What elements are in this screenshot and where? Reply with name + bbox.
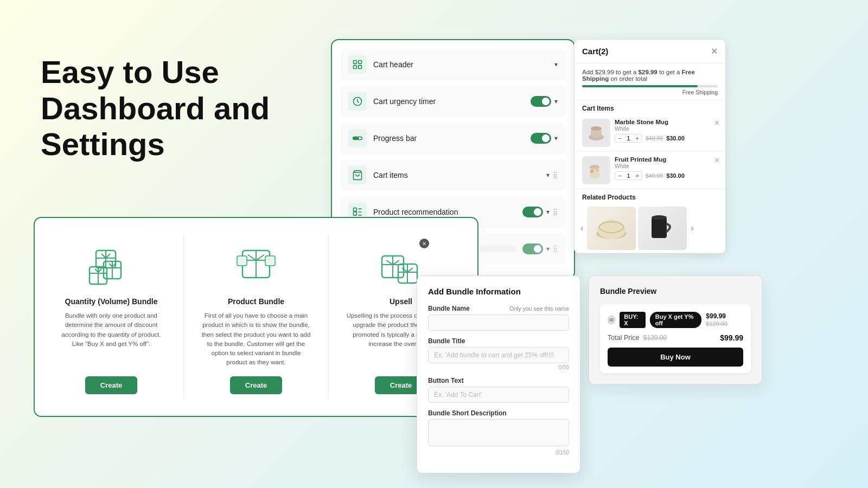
button-text-group: Button Text xyxy=(428,377,569,403)
cart-product-1-qty-ctrl[interactable]: − 1 + xyxy=(615,134,642,143)
svg-rect-33 xyxy=(237,256,247,266)
shipping-progress-track xyxy=(582,85,718,87)
upsell-bundle-title: Upsell xyxy=(390,297,412,306)
product-rec-toggle[interactable] xyxy=(522,207,543,217)
bundle-name-input[interactable] xyxy=(428,314,569,331)
cart-product-2-remove[interactable]: ✕ xyxy=(714,156,720,164)
cart-items-controls[interactable]: ▾ ⣿ xyxy=(546,171,558,179)
cart-header-controls[interactable]: ▾ xyxy=(554,61,558,68)
product-rec-chevron[interactable]: ▾ xyxy=(546,208,550,216)
extra-controls[interactable]: ▾ ⣿ xyxy=(522,243,558,254)
cart-items-drag[interactable]: ⣿ xyxy=(553,171,558,179)
button-text-input[interactable] xyxy=(428,387,569,403)
shipping-amount: $29.99 xyxy=(639,69,659,75)
related-prev-arrow[interactable]: ‹ xyxy=(579,223,585,233)
related-products-title: Related Products xyxy=(575,189,725,203)
cart-urgency-toggle[interactable] xyxy=(531,96,551,107)
preview-buy-button[interactable]: Buy Now xyxy=(608,348,743,367)
preview-total-old: $120.00 xyxy=(643,334,667,342)
cart-items-section-title: Cart Items xyxy=(575,100,725,114)
product-bundle-create-button[interactable]: Create xyxy=(230,376,282,394)
cart-product-2-qty-ctrl[interactable]: − 1 + xyxy=(615,171,642,180)
cart-product-2-info: Fruit Printed Mug White − 1 + $40.99 $30… xyxy=(615,156,718,180)
preview-badge: Buy X get Y% off xyxy=(650,312,702,328)
description-group: Bundle Short Description 0/150 xyxy=(428,409,569,455)
free-shipping-label: Free Shipping xyxy=(582,89,718,95)
related-next-arrow[interactable]: › xyxy=(689,223,695,233)
related-products-row: ‹ › xyxy=(575,203,725,253)
cart-header-row: Cart(2) ✕ xyxy=(575,40,725,63)
button-text-label: Button Text xyxy=(428,377,464,384)
dashboard-item-cart-header[interactable]: Cart header ▾ xyxy=(341,49,565,80)
cart-product-1: Marble Stone Mug White − 1 + $40.99 $30.… xyxy=(575,114,725,152)
bundle-name-label: Bundle Name xyxy=(428,305,470,312)
description-textarea[interactable] xyxy=(428,419,569,446)
cart-shipping-bar: Add $29.99 to get a $29.99 to get a Free… xyxy=(575,63,725,100)
svg-rect-8 xyxy=(354,208,357,211)
qty-num-1: 1 xyxy=(624,134,633,142)
shipping-notice-text: Add $29.99 to get a xyxy=(582,69,636,75)
svg-rect-0 xyxy=(354,61,357,64)
related-item-mug[interactable] xyxy=(638,207,687,250)
progress-bar-toggle[interactable] xyxy=(531,133,551,144)
extra-drag[interactable]: ⣿ xyxy=(553,245,558,253)
cart-urgency-controls[interactable]: ▾ xyxy=(531,96,558,107)
add-bundle-modal: Add Bundle Information Bundle Name Only … xyxy=(417,275,580,473)
product-rec-drag[interactable]: ⣿ xyxy=(553,208,558,216)
progress-bar-controls[interactable]: ▾ xyxy=(531,133,558,144)
cart-product-2-price-new: $30.00 xyxy=(666,172,685,179)
hero-line3: Settings xyxy=(41,126,165,162)
extra-chevron[interactable]: ▾ xyxy=(546,245,550,253)
bundle-title-label: Bundle Title xyxy=(428,337,465,345)
preview-buy-row: BUY: X Buy X get Y% off $99.99 $120.00 xyxy=(608,312,743,328)
add-bundle-modal-title: Add Bundle Information xyxy=(428,287,569,296)
product-bundle-card: Product Bundle First of all you have to … xyxy=(195,234,317,400)
qty-decrease-2[interactable]: − xyxy=(615,172,624,179)
qty-decrease-1[interactable]: − xyxy=(615,134,624,142)
dashboard-item-progress-bar[interactable]: Progress bar ▾ xyxy=(341,123,565,154)
product-rec-controls[interactable]: ▾ ⣿ xyxy=(522,207,558,217)
cart-product-1-info: Marble Stone Mug White − 1 + $40.99 $30.… xyxy=(615,119,718,143)
progress-bar-chevron[interactable]: ▾ xyxy=(554,134,558,142)
quantity-bundle-create-button[interactable]: Create xyxy=(85,376,137,394)
preview-radio[interactable] xyxy=(608,316,615,324)
cart-urgency-chevron[interactable]: ▾ xyxy=(554,98,558,105)
cart-product-1-image xyxy=(582,119,610,147)
bundle-preview-panel: Bundle Preview BUY: X Buy X get Y% off $… xyxy=(589,275,762,384)
dashboard-item-cart-items[interactable]: Cart items ▾ ⣿ xyxy=(341,159,565,191)
qty-increase-1[interactable]: + xyxy=(633,134,642,142)
bundle-title-group: Bundle Title 0/50 xyxy=(428,337,569,370)
cart-product-2: Fruit Printed Mug White − 1 + $40.99 $30… xyxy=(575,152,725,189)
divider-1 xyxy=(183,234,184,400)
divider-2 xyxy=(328,234,329,400)
cart-header-chevron[interactable]: ▾ xyxy=(554,61,558,68)
preview-price-new: $99.99 xyxy=(706,312,726,320)
cart-product-1-price-orig: $40.99 xyxy=(646,135,663,142)
cart-close-button[interactable]: ✕ xyxy=(711,46,718,56)
qty-num-2: 1 xyxy=(624,172,633,179)
cart-items-chevron[interactable]: ▾ xyxy=(546,171,550,179)
dashboard-item-cart-urgency[interactable]: Cart urgency timer ▾ xyxy=(341,86,565,117)
svg-rect-19 xyxy=(652,217,667,238)
progress-bar-icon xyxy=(348,129,367,147)
bundle-title-input[interactable] xyxy=(428,347,569,363)
product-bundle-desc: First of all you have to choose a main p… xyxy=(200,311,312,368)
extra-toggle[interactable] xyxy=(522,243,543,254)
upsell-icon-close[interactable]: ✕ xyxy=(419,239,429,248)
cart-header-icon xyxy=(348,55,367,74)
bundle-section: Quantity (Volume) Bundle Bundle with onl… xyxy=(34,217,478,417)
cart-product-1-remove[interactable]: ✕ xyxy=(714,119,720,127)
cart-product-2-variant: White xyxy=(615,163,718,169)
hero-line2: Dashboard and xyxy=(41,91,270,126)
preview-price: $99.99 $120.00 xyxy=(706,312,743,328)
related-item-bowl[interactable] xyxy=(587,207,636,250)
preview-total-row: Total Price $120.00 $99.99 xyxy=(608,333,743,342)
svg-rect-2 xyxy=(354,66,357,69)
cart-urgency-label: Cart urgency timer xyxy=(373,97,524,106)
cart-preview-panel: Cart(2) ✕ Add $29.99 to get a $29.99 to … xyxy=(574,39,726,254)
shipping-suffix: on order total xyxy=(610,75,647,82)
bundle-name-hint: Only you see this name xyxy=(509,305,569,312)
bundle-name-group: Bundle Name Only you see this name xyxy=(428,305,569,331)
svg-rect-34 xyxy=(265,256,275,266)
qty-increase-2[interactable]: + xyxy=(633,172,642,179)
